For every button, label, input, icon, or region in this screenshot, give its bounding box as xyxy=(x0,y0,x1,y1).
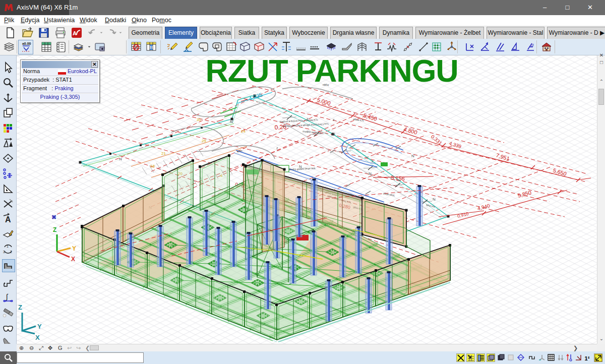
svg-text:✖: ✖ xyxy=(51,214,56,221)
svg-text:24: 24 xyxy=(241,129,246,134)
svg-text:N: N xyxy=(369,171,372,176)
svg-text:Y: Y xyxy=(37,323,42,330)
svg-text:31: 31 xyxy=(197,117,201,122)
svg-text:Z: Z xyxy=(18,304,22,311)
svg-text:nbKq: nbKq xyxy=(323,83,329,86)
svg-text:Z: Z xyxy=(53,226,56,233)
svg-text:β: β xyxy=(531,43,534,47)
svg-text:∫: ∫ xyxy=(6,292,9,301)
svg-text:RZUT PARKINGU: RZUT PARKINGU xyxy=(205,55,458,88)
svg-text:X: X xyxy=(71,256,75,263)
svg-text:N: N xyxy=(119,157,122,161)
svg-text:z: z xyxy=(276,146,278,150)
svg-text:z: z xyxy=(372,159,374,163)
svg-text:3: 3 xyxy=(3,250,5,254)
svg-text:X: X xyxy=(35,334,40,341)
svg-text:Y: Y xyxy=(72,245,76,252)
svg-text:±0.00: ±0.00 xyxy=(22,42,31,45)
svg-text:21: 21 xyxy=(161,151,166,156)
svg-text:N: N xyxy=(332,132,335,136)
svg-text:A: A xyxy=(5,215,11,224)
svg-text:N: N xyxy=(433,197,436,202)
svg-text:2: 2 xyxy=(10,250,12,254)
svg-text:25: 25 xyxy=(202,139,206,143)
svg-text:N: N xyxy=(411,154,414,158)
svg-text:1: 1 xyxy=(7,245,9,248)
svg-text:N: N xyxy=(230,119,233,124)
svg-text:z: z xyxy=(307,117,309,120)
svg-text:z: z xyxy=(333,118,335,122)
svg-text:18: 18 xyxy=(150,164,155,168)
svg-text:N: N xyxy=(299,164,302,169)
svg-text:A: A xyxy=(73,30,77,36)
